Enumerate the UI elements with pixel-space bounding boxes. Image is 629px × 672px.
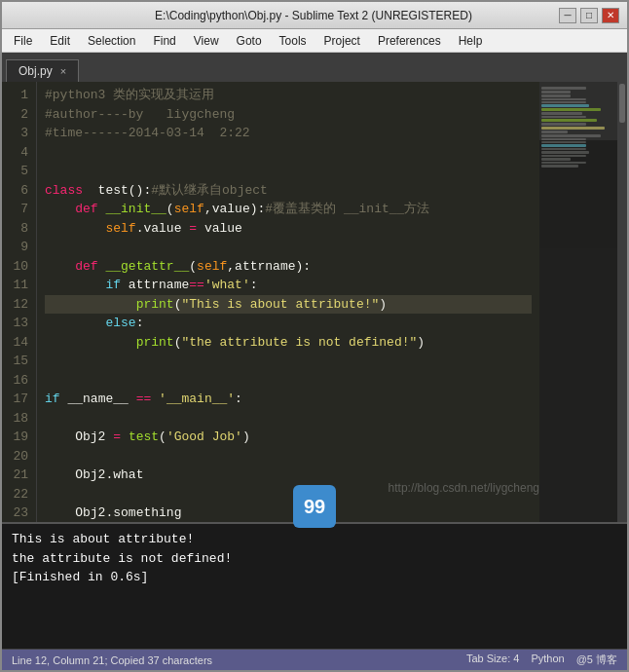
sublime-logo-button[interactable]: 99 — [293, 485, 336, 528]
line-number: 13 — [10, 314, 28, 333]
output-line: [Finished in 0.6s] — [12, 568, 617, 587]
status-bar: Line 12, Column 21; Copied 37 characters… — [2, 649, 627, 670]
code-line — [45, 485, 532, 504]
code-line — [45, 238, 532, 257]
line-number: 17 — [10, 390, 28, 409]
menu-item-file[interactable]: File — [6, 32, 40, 50]
line-number: 4 — [10, 143, 28, 163]
tab-close-button[interactable]: × — [60, 65, 66, 77]
code-line: def __getattr__(self,attrname): — [45, 257, 532, 277]
line-number: 8 — [10, 219, 28, 239]
minimap[interactable] — [539, 82, 617, 522]
line-number: 11 — [10, 276, 28, 295]
line-number: 19 — [10, 428, 28, 447]
close-button[interactable]: ✕ — [602, 8, 619, 23]
menu-item-help[interactable]: Help — [451, 32, 491, 50]
line-number: 18 — [10, 409, 28, 429]
status-position: Line 12, Column 21; Copied 37 characters — [12, 654, 212, 666]
line-number: 15 — [10, 352, 28, 371]
menu-item-edit[interactable]: Edit — [42, 32, 78, 50]
line-number: 16 — [10, 371, 28, 391]
line-number: 6 — [10, 181, 28, 201]
output-panel: This is about attribute!the attribute is… — [2, 522, 627, 649]
line-number: 21 — [10, 466, 28, 485]
code-line: if __name__ == '__main__': — [45, 390, 532, 409]
line-number: 5 — [10, 162, 28, 181]
title-bar: E:\Coding\python\Obj.py - Sublime Text 2… — [2, 2, 627, 29]
menu-item-tools[interactable]: Tools — [272, 32, 314, 50]
code-line: Obj2 = test('Good Job') — [45, 428, 532, 447]
menu-item-selection[interactable]: Selection — [80, 32, 143, 50]
code-line: def __init__(self,value):#覆盖基类的 __init__… — [45, 200, 532, 219]
line-number: 3 — [10, 124, 28, 143]
code-line: else: — [45, 314, 532, 333]
code-line — [45, 447, 532, 467]
code-line — [45, 352, 532, 371]
code-line: if attrname=='what': — [45, 276, 532, 295]
line-number: 10 — [10, 257, 28, 277]
menu-bar: FileEditSelectionFindViewGotoToolsProjec… — [2, 29, 627, 53]
vertical-scrollbar[interactable] — [617, 82, 627, 522]
menu-item-project[interactable]: Project — [316, 32, 368, 50]
minimize-button[interactable]: ─ — [559, 8, 576, 23]
code-line — [45, 162, 532, 181]
tab-bar: Obj.py × — [2, 53, 627, 82]
code-line: self.value = value — [45, 219, 532, 239]
maximize-button[interactable]: □ — [580, 8, 598, 23]
line-number: 9 — [10, 238, 28, 257]
window-title: E:\Coding\python\Obj.py - Sublime Text 2… — [68, 9, 559, 22]
code-editor[interactable]: #python3 类的实现及其运用#author----by liygcheng… — [37, 82, 539, 522]
line-number: 23 — [10, 504, 28, 522]
line-number: 20 — [10, 447, 28, 467]
line-number: 14 — [10, 333, 28, 353]
line-number: 2 — [10, 105, 28, 125]
code-line — [45, 143, 532, 163]
code-line: class test():#默认继承自object — [45, 181, 532, 201]
scrollbar-thumb[interactable] — [619, 84, 625, 123]
code-line: Obj2.something — [45, 504, 532, 522]
line-number: 7 — [10, 200, 28, 219]
code-line — [45, 409, 532, 429]
copyright: @5 博客 — [576, 653, 617, 667]
line-number: 1 — [10, 86, 28, 105]
line-number: 22 — [10, 485, 28, 504]
output-line: the attribute is not defined! — [12, 549, 617, 569]
menu-item-view[interactable]: View — [186, 32, 227, 50]
code-line: print("the attribute is not defined!") — [45, 333, 532, 353]
minimap-viewport — [539, 82, 617, 140]
line-number: 12 — [10, 295, 28, 315]
menu-item-preferences[interactable]: Preferences — [370, 32, 449, 50]
menu-item-goto[interactable]: Goto — [229, 32, 270, 50]
code-line — [45, 371, 532, 391]
code-line: #author----by liygcheng — [45, 105, 532, 125]
language[interactable]: Python — [531, 653, 564, 667]
main-window: E:\Coding\python\Obj.py - Sublime Text 2… — [0, 0, 629, 672]
window-controls[interactable]: ─ □ ✕ — [559, 8, 619, 23]
output-line: This is about attribute! — [12, 530, 617, 549]
editor-area[interactable]: 1234567891011121314151617181920212223 #p… — [2, 82, 627, 522]
active-tab[interactable]: Obj.py × — [6, 59, 79, 82]
code-line: #python3 类的实现及其运用 — [45, 86, 532, 105]
code-line: print("This is about attribute!") — [45, 295, 532, 315]
menu-item-find[interactable]: Find — [145, 32, 183, 50]
tab-label: Obj.py — [18, 64, 53, 78]
line-numbers: 1234567891011121314151617181920212223 — [2, 82, 37, 522]
tab-size[interactable]: Tab Size: 4 — [466, 653, 519, 667]
code-line: Obj2.what — [45, 466, 532, 485]
status-right: Tab Size: 4 Python @5 博客 — [466, 653, 617, 667]
code-line: #time------2014-03-14 2:22 — [45, 124, 532, 143]
